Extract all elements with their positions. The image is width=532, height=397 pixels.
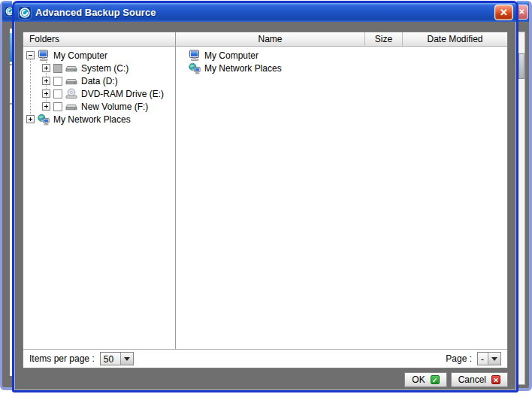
- drive-icon: [65, 75, 77, 87]
- checkbox-data-d[interactable]: [53, 77, 62, 86]
- background-window-left-edge: [0, 1, 12, 390]
- collapse-icon[interactable]: [26, 51, 35, 59]
- cancel-button-label: Cancel: [458, 374, 486, 385]
- page-select[interactable]: -: [477, 352, 501, 365]
- tree-item-system-c[interactable]: System (C:): [23, 62, 175, 74]
- checkbox-new-volume-f[interactable]: [53, 102, 62, 111]
- app-icon: [18, 6, 32, 20]
- cancel-button[interactable]: Cancel ✕: [451, 372, 508, 387]
- checkbox-dvd-ram-e[interactable]: [53, 89, 62, 98]
- tree-item-label[interactable]: Data (D:): [81, 76, 118, 86]
- tree-item-my-network-places[interactable]: My Network Places: [23, 113, 175, 126]
- browser-panel: Folders My Computer: [23, 32, 508, 368]
- page-label: Page :: [446, 353, 472, 364]
- close-button[interactable]: ✕: [494, 5, 513, 20]
- list-item-label[interactable]: My Network Places: [204, 63, 282, 74]
- expand-icon[interactable]: [26, 115, 35, 123]
- column-header-name: Name: [176, 32, 364, 46]
- items-per-page-select[interactable]: 50: [100, 352, 134, 365]
- network-icon: [38, 114, 50, 126]
- check-icon: ✓: [431, 375, 440, 384]
- page-value: -: [478, 353, 488, 365]
- items-per-page-value: 50: [101, 353, 120, 365]
- dropdown-button[interactable]: [488, 353, 500, 365]
- items-pane: Name Size Date Modified My Computer My N…: [176, 32, 507, 349]
- tree-item-label[interactable]: New Volume (F:): [81, 102, 148, 112]
- dialog-footer: OK ✓ Cancel ✕: [23, 368, 508, 390]
- tree-item-dvd-ram-e[interactable]: DVD-RAM Drive (E:): [23, 87, 175, 100]
- panel-main: Folders My Computer: [23, 32, 507, 349]
- expand-icon[interactable]: [42, 89, 50, 98]
- ok-button-label: OK: [412, 374, 425, 385]
- list-header-row: Name Size Date Modified: [176, 32, 507, 47]
- background-titlebar-left: [2, 2, 12, 22]
- items-list: My Computer My Network Places: [176, 47, 507, 349]
- pagination-bar: Items per page : 50 Page : -: [23, 349, 507, 368]
- expand-icon[interactable]: [42, 64, 50, 72]
- x-icon: ✕: [491, 375, 500, 384]
- expand-icon[interactable]: [42, 77, 50, 85]
- background-window-right-edge: ✕: [517, 1, 532, 391]
- folders-header: Folders: [23, 32, 175, 47]
- list-item-my-network-places[interactable]: My Network Places: [176, 62, 507, 74]
- computer-icon: [38, 50, 50, 62]
- drive-icon: [65, 62, 77, 74]
- dvd-icon: [65, 88, 77, 100]
- computer-icon: [189, 50, 201, 62]
- background-titlebar-right: ✕: [517, 2, 529, 22]
- folders-header-label: Folders: [29, 34, 59, 44]
- advanced-backup-source-dialog: Advanced Backup Source ✕ Folders: [12, 1, 518, 392]
- items-per-page-label: Items per page :: [29, 353, 95, 364]
- checkbox-system-c[interactable]: [53, 64, 62, 73]
- tree-item-label[interactable]: DVD-RAM Drive (E:): [81, 89, 164, 99]
- folders-tree: My Computer System (C:) Data: [23, 47, 175, 349]
- chevron-down-icon: [124, 357, 130, 361]
- tree-item-label[interactable]: System (C:): [81, 63, 128, 74]
- column-header-size: Size: [364, 32, 402, 46]
- dropdown-button[interactable]: [120, 353, 133, 365]
- expand-icon[interactable]: [42, 102, 50, 111]
- dialog-titlebar[interactable]: Advanced Backup Source ✕: [14, 3, 516, 22]
- list-item-label[interactable]: My Computer: [204, 50, 258, 61]
- column-header-date-modified: Date Modified: [402, 32, 507, 46]
- tree-item-my-computer[interactable]: My Computer: [23, 49, 175, 62]
- tree-item-new-volume-f[interactable]: New Volume (F:): [23, 100, 175, 113]
- ok-button[interactable]: OK ✓: [404, 372, 446, 387]
- network-icon: [189, 62, 201, 74]
- tree-item-data-d[interactable]: Data (D:): [23, 74, 175, 87]
- list-item-my-computer[interactable]: My Computer: [176, 49, 507, 62]
- dialog-title: Advanced Backup Source: [35, 7, 491, 18]
- folders-pane: Folders My Computer: [23, 32, 176, 349]
- scrollbar-thumb[interactable]: [518, 53, 524, 79]
- background-scrollbar[interactable]: [518, 32, 525, 385]
- app-icon: [5, 6, 12, 17]
- tree-item-label[interactable]: My Computer: [53, 50, 107, 61]
- chevron-down-icon: [491, 357, 497, 361]
- drive-icon: [65, 101, 77, 113]
- tree-item-label[interactable]: My Network Places: [53, 114, 131, 125]
- dialog-body: Folders My Computer: [14, 22, 516, 390]
- close-icon: ✕: [517, 5, 528, 20]
